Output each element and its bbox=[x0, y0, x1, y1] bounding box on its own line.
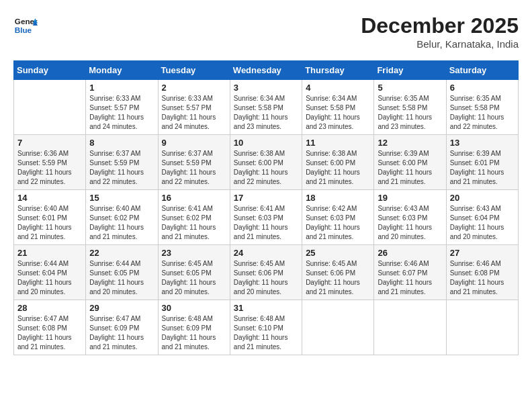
calendar-cell: 4Sunrise: 6:34 AM Sunset: 5:58 PM Daylig… bbox=[302, 80, 374, 135]
calendar-week-row: 14Sunrise: 6:40 AM Sunset: 6:01 PM Dayli… bbox=[14, 190, 519, 245]
calendar-cell: 7Sunrise: 6:36 AM Sunset: 5:59 PM Daylig… bbox=[14, 135, 86, 190]
day-info: Sunrise: 6:41 AM Sunset: 6:02 PM Dayligh… bbox=[162, 204, 226, 242]
calendar-week-row: 28Sunrise: 6:47 AM Sunset: 6:08 PM Dayli… bbox=[14, 300, 519, 355]
calendar-cell: 19Sunrise: 6:43 AM Sunset: 6:03 PM Dayli… bbox=[374, 190, 446, 245]
day-info: Sunrise: 6:37 AM Sunset: 5:59 PM Dayligh… bbox=[89, 149, 154, 187]
calendar-cell bbox=[374, 300, 446, 355]
day-number: 2 bbox=[162, 83, 226, 93]
weekday-header-row: SundayMondayTuesdayWednesdayThursdayFrid… bbox=[14, 61, 519, 80]
day-info: Sunrise: 6:45 AM Sunset: 6:05 PM Dayligh… bbox=[162, 259, 226, 297]
day-number: 15 bbox=[89, 193, 154, 203]
calendar-cell: 9Sunrise: 6:37 AM Sunset: 5:59 PM Daylig… bbox=[158, 135, 230, 190]
day-info: Sunrise: 6:46 AM Sunset: 6:08 PM Dayligh… bbox=[450, 259, 515, 297]
page-header: General Blue December 2025 Belur, Karnat… bbox=[13, 13, 519, 50]
day-number: 16 bbox=[162, 193, 226, 203]
calendar-cell: 27Sunrise: 6:46 AM Sunset: 6:08 PM Dayli… bbox=[446, 245, 518, 300]
calendar-cell: 20Sunrise: 6:43 AM Sunset: 6:04 PM Dayli… bbox=[446, 190, 518, 245]
calendar-cell: 13Sunrise: 6:39 AM Sunset: 6:01 PM Dayli… bbox=[446, 135, 518, 190]
day-number: 31 bbox=[234, 303, 298, 313]
weekday-header-cell: Thursday bbox=[302, 61, 374, 80]
calendar-cell: 5Sunrise: 6:35 AM Sunset: 5:58 PM Daylig… bbox=[374, 80, 446, 135]
calendar-cell bbox=[14, 80, 86, 135]
day-info: Sunrise: 6:47 AM Sunset: 6:09 PM Dayligh… bbox=[89, 314, 154, 352]
day-info: Sunrise: 6:45 AM Sunset: 6:06 PM Dayligh… bbox=[234, 259, 298, 297]
day-info: Sunrise: 6:40 AM Sunset: 6:02 PM Dayligh… bbox=[89, 204, 154, 242]
day-info: Sunrise: 6:36 AM Sunset: 5:59 PM Dayligh… bbox=[17, 149, 82, 187]
day-number: 4 bbox=[306, 83, 370, 93]
day-number: 22 bbox=[89, 248, 154, 258]
day-info: Sunrise: 6:37 AM Sunset: 5:59 PM Dayligh… bbox=[162, 149, 226, 187]
calendar-cell: 8Sunrise: 6:37 AM Sunset: 5:59 PM Daylig… bbox=[86, 135, 158, 190]
day-number: 7 bbox=[17, 138, 82, 148]
day-info: Sunrise: 6:42 AM Sunset: 6:03 PM Dayligh… bbox=[306, 204, 370, 242]
day-number: 19 bbox=[378, 193, 442, 203]
day-info: Sunrise: 6:38 AM Sunset: 6:00 PM Dayligh… bbox=[234, 149, 298, 187]
day-info: Sunrise: 6:39 AM Sunset: 6:00 PM Dayligh… bbox=[378, 149, 442, 187]
calendar-cell bbox=[446, 300, 518, 355]
calendar-cell: 11Sunrise: 6:38 AM Sunset: 6:00 PM Dayli… bbox=[302, 135, 374, 190]
calendar-cell: 3Sunrise: 6:34 AM Sunset: 5:58 PM Daylig… bbox=[230, 80, 302, 135]
day-number: 5 bbox=[378, 83, 442, 93]
day-number: 8 bbox=[89, 138, 154, 148]
day-info: Sunrise: 6:41 AM Sunset: 6:03 PM Dayligh… bbox=[234, 204, 298, 242]
day-info: Sunrise: 6:35 AM Sunset: 5:58 PM Dayligh… bbox=[450, 94, 515, 132]
day-number: 20 bbox=[450, 193, 515, 203]
day-number: 1 bbox=[89, 83, 154, 93]
day-number: 12 bbox=[378, 138, 442, 148]
calendar-cell: 15Sunrise: 6:40 AM Sunset: 6:02 PM Dayli… bbox=[86, 190, 158, 245]
weekday-header-cell: Friday bbox=[374, 61, 446, 80]
calendar-cell: 16Sunrise: 6:41 AM Sunset: 6:02 PM Dayli… bbox=[158, 190, 230, 245]
calendar-cell: 29Sunrise: 6:47 AM Sunset: 6:09 PM Dayli… bbox=[86, 300, 158, 355]
day-info: Sunrise: 6:48 AM Sunset: 6:10 PM Dayligh… bbox=[234, 314, 298, 352]
calendar-table: SundayMondayTuesdayWednesdayThursdayFrid… bbox=[13, 60, 519, 355]
day-number: 14 bbox=[17, 193, 82, 203]
day-info: Sunrise: 6:48 AM Sunset: 6:09 PM Dayligh… bbox=[162, 314, 226, 352]
day-number: 6 bbox=[450, 83, 515, 93]
calendar-cell: 18Sunrise: 6:42 AM Sunset: 6:03 PM Dayli… bbox=[302, 190, 374, 245]
weekday-header-cell: Saturday bbox=[446, 61, 518, 80]
weekday-header-cell: Monday bbox=[86, 61, 158, 80]
day-number: 9 bbox=[162, 138, 226, 148]
day-number: 18 bbox=[306, 193, 370, 203]
calendar-cell: 25Sunrise: 6:45 AM Sunset: 6:06 PM Dayli… bbox=[302, 245, 374, 300]
day-info: Sunrise: 6:33 AM Sunset: 5:57 PM Dayligh… bbox=[162, 94, 226, 132]
calendar-cell: 26Sunrise: 6:46 AM Sunset: 6:07 PM Dayli… bbox=[374, 245, 446, 300]
day-info: Sunrise: 6:46 AM Sunset: 6:07 PM Dayligh… bbox=[378, 259, 442, 297]
calendar-cell: 1Sunrise: 6:33 AM Sunset: 5:57 PM Daylig… bbox=[86, 80, 158, 135]
day-info: Sunrise: 6:39 AM Sunset: 6:01 PM Dayligh… bbox=[450, 149, 515, 187]
day-number: 24 bbox=[234, 248, 298, 258]
day-number: 23 bbox=[162, 248, 226, 258]
day-number: 11 bbox=[306, 138, 370, 148]
day-info: Sunrise: 6:35 AM Sunset: 5:58 PM Dayligh… bbox=[378, 94, 442, 132]
day-number: 25 bbox=[306, 248, 370, 258]
calendar-cell: 6Sunrise: 6:35 AM Sunset: 5:58 PM Daylig… bbox=[446, 80, 518, 135]
calendar-cell: 17Sunrise: 6:41 AM Sunset: 6:03 PM Dayli… bbox=[230, 190, 302, 245]
day-number: 30 bbox=[162, 303, 226, 313]
calendar-week-row: 21Sunrise: 6:44 AM Sunset: 6:04 PM Dayli… bbox=[14, 245, 519, 300]
month-title: December 2025 bbox=[361, 13, 519, 38]
day-info: Sunrise: 6:40 AM Sunset: 6:01 PM Dayligh… bbox=[17, 204, 82, 242]
day-number: 21 bbox=[17, 248, 82, 258]
weekday-header-cell: Sunday bbox=[14, 61, 86, 80]
calendar-cell bbox=[302, 300, 374, 355]
location: Belur, Karnataka, India bbox=[361, 38, 519, 50]
title-block: December 2025 Belur, Karnataka, India bbox=[361, 13, 519, 50]
day-info: Sunrise: 6:43 AM Sunset: 6:03 PM Dayligh… bbox=[378, 204, 442, 242]
weekday-header-cell: Wednesday bbox=[230, 61, 302, 80]
day-info: Sunrise: 6:43 AM Sunset: 6:04 PM Dayligh… bbox=[450, 204, 515, 242]
day-info: Sunrise: 6:33 AM Sunset: 5:57 PM Dayligh… bbox=[89, 94, 154, 132]
calendar-cell: 28Sunrise: 6:47 AM Sunset: 6:08 PM Dayli… bbox=[14, 300, 86, 355]
calendar-cell: 21Sunrise: 6:44 AM Sunset: 6:04 PM Dayli… bbox=[14, 245, 86, 300]
day-number: 13 bbox=[450, 138, 515, 148]
day-info: Sunrise: 6:47 AM Sunset: 6:08 PM Dayligh… bbox=[17, 314, 82, 352]
day-number: 10 bbox=[234, 138, 298, 148]
logo-icon: General Blue bbox=[13, 13, 38, 38]
day-number: 28 bbox=[17, 303, 82, 313]
day-number: 17 bbox=[234, 193, 298, 203]
day-info: Sunrise: 6:44 AM Sunset: 6:04 PM Dayligh… bbox=[17, 259, 82, 297]
calendar-cell: 23Sunrise: 6:45 AM Sunset: 6:05 PM Dayli… bbox=[158, 245, 230, 300]
day-info: Sunrise: 6:34 AM Sunset: 5:58 PM Dayligh… bbox=[306, 94, 370, 132]
calendar-cell: 30Sunrise: 6:48 AM Sunset: 6:09 PM Dayli… bbox=[158, 300, 230, 355]
calendar-week-row: 1Sunrise: 6:33 AM Sunset: 5:57 PM Daylig… bbox=[14, 80, 519, 135]
calendar-week-row: 7Sunrise: 6:36 AM Sunset: 5:59 PM Daylig… bbox=[14, 135, 519, 190]
